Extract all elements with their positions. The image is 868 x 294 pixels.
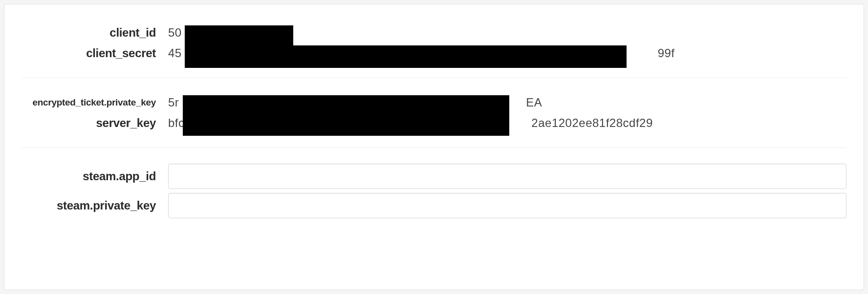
label-steam-app-id: steam.app_id	[22, 169, 168, 183]
value-encrypted-ticket: 5r XXXXXXXXXXXXXXXXXXXXXXXXXXXXXXXXXXXXX…	[168, 96, 846, 109]
value-server-key-right: 2ae1202ee81f28cdf29	[531, 116, 652, 130]
row-steam-private-key: steam.private_key	[22, 192, 846, 219]
value-server-key: bfc XXXXXXXXXXXXXXXXXXXXXXXXXXXXXXXXXXXX…	[168, 116, 846, 130]
value-wrap-steam-private-key	[168, 193, 846, 218]
row-steam-app-id: steam.app_id	[22, 163, 846, 190]
value-wrap-steam-app-id	[168, 164, 846, 189]
label-steam-private-key: steam.private_key	[22, 199, 168, 212]
redaction-client-secret	[185, 45, 627, 68]
label-server-key: server_key	[22, 116, 168, 130]
label-client-secret: client_secret	[22, 46, 168, 60]
redaction-server-key	[183, 115, 509, 136]
redaction-encrypted-ticket	[183, 95, 509, 116]
value-client-secret: 45 XXXXXXXXXXXXXXXXXXXXXXXXXXXXXXXXXXXXX…	[168, 46, 846, 60]
value-encrypted-ticket-left: 5r	[168, 96, 179, 109]
row-client-secret: client_secret 45 XXXXXXXXXXXXXXXXXXXXXXX…	[22, 43, 846, 63]
row-client-id: client_id 50 XXXXXXXXXXX 45	[22, 23, 846, 42]
row-encrypted-ticket: encrypted_ticket.private_key 5r XXXXXXXX…	[22, 93, 846, 112]
value-encrypted-ticket-right: EA	[526, 96, 542, 109]
value-client-id-left: 50	[168, 26, 182, 40]
value-client-id: 50 XXXXXXXXXXX 45	[168, 26, 846, 40]
value-client-secret-right: 99f	[658, 46, 675, 60]
section-client: client_id 50 XXXXXXXXXXX 45 client_secre…	[22, 19, 846, 68]
label-encrypted-ticket: encrypted_ticket.private_key	[22, 97, 168, 108]
redaction-client-id	[185, 25, 293, 46]
steam-private-key-input[interactable]	[168, 193, 846, 218]
label-client-id: client_id	[22, 26, 168, 40]
section-encrypted: encrypted_ticket.private_key 5r XXXXXXXX…	[22, 78, 846, 138]
section-steam: steam.app_id steam.private_key	[22, 147, 846, 225]
value-client-secret-left: 45	[168, 46, 182, 60]
value-server-key-left: bfc	[168, 116, 185, 130]
steam-app-id-input[interactable]	[168, 164, 846, 189]
row-server-key: server_key bfc XXXXXXXXXXXXXXXXXXXXXXXXX…	[22, 113, 846, 133]
settings-panel: client_id 50 XXXXXXXXXXX 45 client_secre…	[4, 4, 864, 290]
